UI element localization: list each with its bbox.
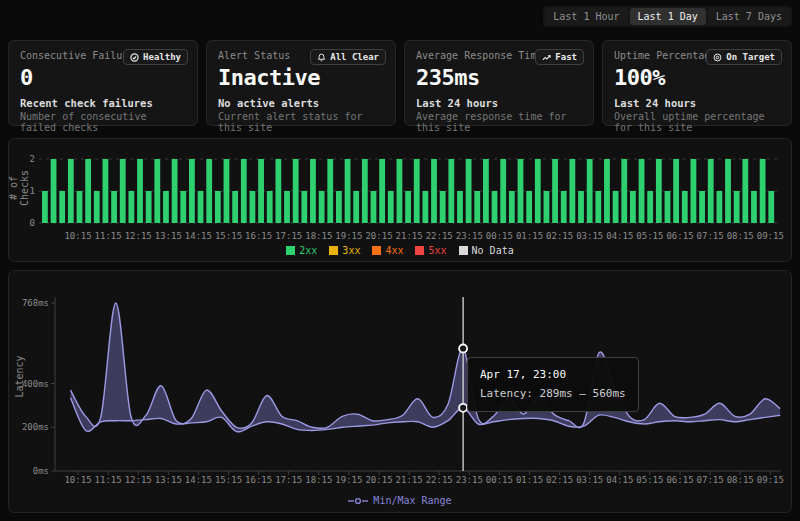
svg-text:11:15: 11:15: [95, 231, 122, 241]
svg-text:10:15: 10:15: [64, 475, 91, 485]
badge-label: Fast: [555, 52, 577, 62]
svg-text:02:15: 02:15: [546, 475, 573, 485]
svg-text:05:15: 05:15: [636, 231, 663, 241]
svg-text:12:15: 12:15: [125, 231, 152, 241]
time-range-selector: Last 1 Hour Last 1 Day Last 7 Days: [543, 6, 792, 27]
stat-value: Inactive: [218, 65, 384, 90]
svg-text:06:15: 06:15: [666, 231, 693, 241]
legend-swatch: [372, 246, 381, 255]
svg-text:16:15: 16:15: [245, 231, 272, 241]
check-circle-icon: [130, 53, 139, 62]
svg-text:03:15: 03:15: [576, 475, 603, 485]
svg-text:1: 1: [30, 186, 35, 196]
legend-swatch: [415, 246, 424, 255]
svg-text:17:15: 17:15: [275, 475, 302, 485]
svg-text:01:15: 01:15: [516, 475, 543, 485]
legend-swatch: [329, 246, 338, 255]
tooltip-value: Latency: 289ms – 560ms: [480, 385, 626, 404]
stat-subtitle: No active alerts: [218, 97, 384, 109]
stat-subtitle: Recent check failures: [20, 97, 186, 109]
svg-text:23:15: 23:15: [456, 231, 483, 241]
stat-card-uptime-percentage: Uptime Percentage On Target 100% Last 24…: [602, 40, 792, 126]
legend-item-5xx: 5xx: [415, 245, 446, 256]
svg-text:17:15: 17:15: [275, 231, 302, 241]
svg-text:08:15: 08:15: [727, 231, 754, 241]
checks-chart-panel: # of Checks 01210:1511:1512:1513:1514:15…: [8, 138, 792, 262]
badge-label: Healthy: [143, 52, 181, 62]
chart-tooltip: Apr 17, 23:00 Latency: 289ms – 560ms: [467, 357, 639, 412]
latency-range-chart[interactable]: 0ms200ms400ms768ms10:1511:1512:1513:1514…: [9, 271, 791, 486]
latency-chart-panel: Latency 0ms200ms400ms768ms10:1511:1512:1…: [8, 270, 792, 513]
svg-text:22:15: 22:15: [426, 231, 453, 241]
svg-text:0: 0: [30, 218, 35, 228]
svg-text:00:15: 00:15: [486, 231, 513, 241]
svg-text:21:15: 21:15: [396, 231, 423, 241]
svg-text:09:15: 09:15: [757, 231, 784, 241]
svg-text:13:15: 13:15: [155, 231, 182, 241]
svg-text:19:15: 19:15: [335, 475, 362, 485]
legend-label: 3xx: [342, 245, 360, 256]
svg-text:15:15: 15:15: [215, 231, 242, 241]
stat-subtitle: Last 24 hours: [416, 97, 582, 109]
svg-text:400ms: 400ms: [22, 379, 49, 389]
checks-bar-chart[interactable]: 01210:1511:1512:1513:1514:1515:1516:1517…: [9, 149, 791, 249]
legend-label: 5xx: [428, 245, 446, 256]
bell-icon: [317, 53, 326, 62]
svg-text:14:15: 14:15: [185, 475, 212, 485]
stat-subtitle: Last 24 hours: [614, 97, 780, 109]
svg-text:19:15: 19:15: [335, 231, 362, 241]
svg-text:05:15: 05:15: [636, 475, 663, 485]
stat-value: 0: [20, 65, 186, 90]
svg-text:14:15: 14:15: [185, 231, 212, 241]
svg-text:23:15: 23:15: [456, 475, 483, 485]
svg-text:11:15: 11:15: [95, 475, 122, 485]
legend-swatch: [459, 246, 468, 255]
badge-label: On Target: [726, 52, 775, 62]
svg-text:09:15: 09:15: [757, 475, 784, 485]
stat-value: 100%: [614, 65, 780, 90]
svg-text:768ms: 768ms: [22, 298, 49, 308]
svg-text:200ms: 200ms: [22, 422, 49, 432]
svg-text:03:15: 03:15: [576, 231, 603, 241]
time-range-last-1-day-button[interactable]: Last 1 Day: [630, 8, 706, 25]
legend-item-3xx: 3xx: [329, 245, 360, 256]
legend-label: No Data: [472, 245, 514, 256]
svg-text:20:15: 20:15: [365, 475, 392, 485]
checks-chart-legend: 2xx3xx4xx5xxNo Data: [9, 245, 791, 256]
stat-card-alert-status: Alert Status All Clear Inactive No activ…: [206, 40, 396, 126]
stat-value: 235ms: [416, 65, 582, 90]
uptime-dashboard: Last 1 Hour Last 1 Day Last 7 Days Conse…: [0, 0, 800, 521]
svg-text:00:15: 00:15: [486, 475, 513, 485]
healthy-badge: Healthy: [123, 49, 188, 65]
legend-item-no-data: No Data: [459, 245, 514, 256]
trending-up-icon: [542, 53, 551, 62]
time-range-last-1-hour-button[interactable]: Last 1 Hour: [545, 8, 627, 25]
stat-card-average-response-time: Average Response Time Fast 235ms Last 24…: [404, 40, 594, 126]
latency-legend-label: Min/Max Range: [373, 495, 451, 506]
legend-swatch: [286, 246, 295, 255]
legend-label: 4xx: [385, 245, 403, 256]
svg-text:07:15: 07:15: [697, 231, 724, 241]
svg-text:21:15: 21:15: [396, 475, 423, 485]
all-clear-badge: All Clear: [310, 49, 386, 65]
stat-description: Overall uptime percentage for this site: [614, 111, 780, 133]
svg-text:15:15: 15:15: [215, 475, 242, 485]
legend-label: 2xx: [299, 245, 317, 256]
fast-badge: Fast: [535, 49, 584, 65]
svg-text:04:15: 04:15: [606, 475, 633, 485]
svg-text:10:15: 10:15: [64, 231, 91, 241]
svg-text:0ms: 0ms: [33, 466, 49, 476]
minmax-range-legend-icon: [348, 496, 368, 506]
latency-chart-legend: Min/Max Range: [9, 495, 791, 506]
svg-text:18:15: 18:15: [305, 231, 332, 241]
svg-text:18:15: 18:15: [305, 475, 332, 485]
svg-text:08:15: 08:15: [727, 475, 754, 485]
svg-text:16:15: 16:15: [245, 475, 272, 485]
svg-text:01:15: 01:15: [516, 231, 543, 241]
stat-description: Current alert status for this site: [218, 111, 384, 133]
svg-text:20:15: 20:15: [365, 231, 392, 241]
svg-text:13:15: 13:15: [155, 475, 182, 485]
svg-text:04:15: 04:15: [606, 231, 633, 241]
time-range-last-7-days-button[interactable]: Last 7 Days: [708, 8, 790, 25]
legend-item-2xx: 2xx: [286, 245, 317, 256]
